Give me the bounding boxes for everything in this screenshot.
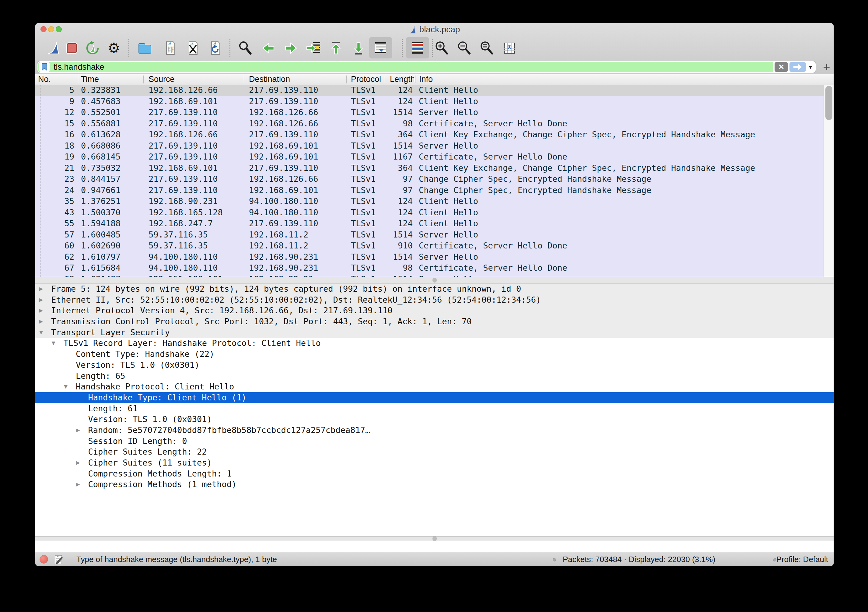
detail-tree-row[interactable]: ▶Random: 5e570727040bdd87fbfbe8b58b7ccbc… [35,425,834,436]
detail-tree-row[interactable]: Length: 65 [35,371,834,382]
filter-input-area[interactable]: tls.handshake [38,62,773,72]
packet-bytes-pane[interactable]: 0030 ff ff cc f2 00 00 16 03 01 00 41 01… [35,541,834,552]
column-header-protocol[interactable]: Protocol [351,74,381,85]
detail-tree-row[interactable]: ▶Ethernet II, Src: 52:55:10:00:02:02 (52… [35,294,834,305]
detail-tree-row[interactable]: ▼Transport Layer Security [35,327,834,338]
scrollbar-thumb[interactable] [825,86,832,120]
column-header-source[interactable]: Source [149,74,175,85]
profile-status[interactable]: Profile: Default [776,552,828,566]
packet-row[interactable]: 190.668145217.69.139.110192.168.69.101TL… [35,151,834,163]
packet-row[interactable]: 551.594188192.168.247.7217.69.139.110TLS… [35,218,834,229]
zoom-reset-button[interactable] [478,39,495,57]
collapsed-arrow-icon[interactable]: ▶ [39,316,49,327]
packet-row[interactable]: 621.61079794.100.180.110192.168.90.231TL… [35,252,834,263]
packet-row[interactable]: 160.613628192.168.126.66217.69.139.110TL… [35,129,834,140]
capture-options-button[interactable]: ⚙ [105,39,122,57]
packet-row[interactable]: 150.556881217.69.139.110192.168.126.66TL… [35,118,834,129]
packet-row[interactable]: 90.457683192.168.69.101217.69.139.110TLS… [35,96,834,107]
column-header-info[interactable]: Info [419,74,433,85]
packet-row[interactable]: 671.61568494.100.180.110192.168.90.231TL… [35,263,834,274]
filter-apply-button[interactable] [789,62,806,72]
restart-capture-button[interactable] [84,39,101,57]
filter-dropdown-arrow[interactable]: ▾ [809,63,812,71]
go-to-first-packet-button[interactable] [327,39,344,57]
detail-tree-text: Transmission Control Protocol, Src Port:… [51,316,472,327]
packet-cell-time: 0.668145 [81,151,121,163]
column-separator[interactable] [346,76,347,84]
toolbar-separator [402,39,403,57]
reload-file-button[interactable] [207,39,224,57]
filter-add-button[interactable]: + [819,60,834,74]
column-header-destination[interactable]: Destination [249,74,290,85]
collapsed-arrow-icon[interactable]: ▶ [39,283,49,294]
column-header-length[interactable]: Length [390,74,414,85]
packet-row[interactable]: 120.552501217.69.139.110192.168.126.66TL… [35,107,834,118]
detail-tree-row[interactable]: Handshake Type: Client Hello (1) [35,392,834,403]
packet-row[interactable]: 681.631487123.151.190.161192.168.33.30TL… [35,274,834,277]
list-detail-splitter[interactable] [35,277,834,283]
detail-tree-row[interactable]: ▼TLSv1 Record Layer: Handshake Protocol:… [35,338,834,349]
expanded-arrow-icon[interactable]: ▼ [64,381,74,392]
detail-tree-row[interactable]: Version: TLS 1.0 (0x0301) [35,414,834,425]
stop-capture-button[interactable] [63,39,81,57]
column-header-no[interactable]: No. [38,74,51,85]
go-to-last-packet-button[interactable] [350,39,367,57]
expanded-arrow-icon[interactable]: ▼ [39,327,49,338]
zoom-in-button[interactable] [433,39,450,57]
resize-columns-button[interactable] [501,39,518,57]
packet-row[interactable]: 240.947661217.69.139.110192.168.69.101TL… [35,185,834,196]
column-separator[interactable] [415,76,415,84]
go-back-button[interactable] [260,39,277,57]
save-file-button[interactable]: 01010 01101 01110 [162,39,179,57]
detail-tree-row[interactable]: ▶Compression Methods (1 method) [35,479,834,490]
zoom-out-button[interactable] [456,39,473,57]
colorize-toggle[interactable] [406,37,429,59]
expanded-arrow-icon[interactable]: ▼ [52,338,62,349]
detail-tree-row[interactable]: ▶Transmission Control Protocol, Src Port… [35,316,834,327]
packet-row[interactable]: 50.323831192.168.126.66217.69.139.110TLS… [35,85,834,96]
collapsed-arrow-icon[interactable]: ▶ [76,479,86,490]
column-separator[interactable] [244,76,244,84]
open-file-button[interactable] [136,39,153,57]
column-header-time[interactable]: Time [81,74,99,85]
collapsed-arrow-icon[interactable]: ▶ [76,425,86,436]
packet-row[interactable]: 230.844157217.69.139.110192.168.126.66TL… [35,174,834,185]
filter-bookmark-button[interactable] [39,62,50,72]
collapsed-arrow-icon[interactable]: ▶ [76,457,86,468]
detail-tree-row[interactable]: ▶Cipher Suites (11 suites) [35,457,834,468]
collapsed-arrow-icon[interactable]: ▶ [39,294,49,305]
packet-row[interactable]: 351.376251192.168.90.23194.100.180.110TL… [35,196,834,207]
close-file-button[interactable] [184,39,202,57]
collapsed-arrow-icon[interactable]: ▶ [39,305,49,316]
find-packet-button[interactable] [237,39,254,57]
packet-cell-info: Certificate, Server Hello Done [419,240,567,252]
detail-tree-row[interactable]: ▶Internet Protocol Version 4, Src: 192.1… [35,305,834,316]
display-filter-input[interactable]: tls.handshake [54,62,104,72]
detail-tree-row[interactable]: ▼Handshake Protocol: Client Hello [35,381,834,392]
detail-tree-row[interactable]: Cipher Suites Length: 22 [35,446,834,457]
go-forward-button[interactable] [282,39,299,57]
display-filter-field[interactable]: tls.handshake ✕ ▾ [37,61,816,73]
packet-row[interactable]: 571.60048559.37.116.35192.168.11.2TLSv11… [35,229,834,241]
column-separator[interactable] [143,76,144,84]
go-to-packet-button[interactable] [305,39,322,57]
column-separator[interactable] [78,76,78,84]
packet-row[interactable]: 601.60269059.37.116.35192.168.11.2TLSv19… [35,240,834,252]
packet-list-scrollbar[interactable] [823,85,834,277]
packet-cell-info: Client Hello [419,207,478,218]
detail-bytes-splitter[interactable] [35,536,834,541]
auto-scroll-toggle[interactable] [369,37,392,59]
detail-tree-row[interactable]: Version: TLS 1.0 (0x0301) [35,360,834,371]
packet-row[interactable]: 431.500370192.168.165.12894.100.180.110T… [35,207,834,218]
detail-tree-row[interactable]: Content Type: Handshake (22) [35,349,834,360]
capture-comment-button[interactable] [54,555,63,565]
detail-tree-row[interactable]: Length: 61 [35,403,834,414]
detail-tree-row[interactable]: Compression Methods Length: 1 [35,468,834,479]
detail-tree-row[interactable]: ▶Frame 5: 124 bytes on wire (992 bits), … [35,283,834,294]
expert-info-button[interactable] [40,555,48,564]
packet-row[interactable]: 210.735032192.168.69.101217.69.139.110TL… [35,163,834,174]
filter-clear-button[interactable]: ✕ [775,62,788,72]
start-capture-button[interactable] [45,39,62,57]
detail-tree-row[interactable]: Session ID Length: 0 [35,436,834,447]
packet-row[interactable]: 180.668086217.69.139.110192.168.69.101TL… [35,140,834,152]
